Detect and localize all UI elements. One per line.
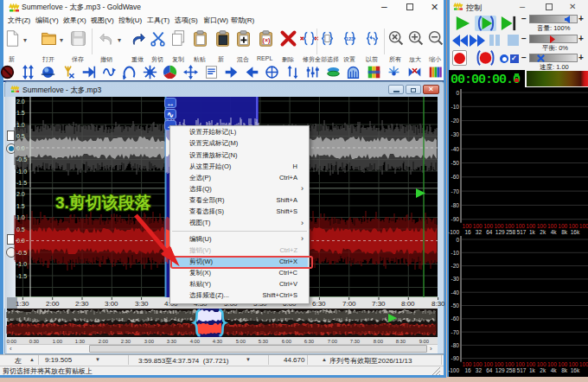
svg-text:100: 100 bbox=[537, 361, 546, 367]
svg-text:100: 100 bbox=[463, 361, 472, 367]
svg-text:16k: 16k bbox=[571, 229, 580, 235]
svg-text:100: 100 bbox=[569, 361, 578, 367]
svg-text:100: 100 bbox=[515, 223, 525, 229]
svg-text:517: 517 bbox=[517, 367, 527, 373]
svg-text:32: 32 bbox=[476, 367, 483, 373]
svg-text:64: 64 bbox=[486, 229, 493, 235]
svg-text:16: 16 bbox=[464, 367, 471, 373]
svg-text:129: 129 bbox=[495, 229, 505, 235]
svg-text:-40: -40 bbox=[451, 290, 460, 296]
svg-text:-30: -30 bbox=[451, 276, 460, 282]
svg-text:-20: -20 bbox=[451, 263, 460, 269]
svg-text:100: 100 bbox=[579, 223, 588, 229]
svg-text:258: 258 bbox=[506, 367, 515, 373]
svg-text:1k: 1k bbox=[529, 229, 536, 235]
svg-text:100: 100 bbox=[494, 361, 503, 367]
svg-text:100: 100 bbox=[569, 223, 578, 229]
svg-text:16: 16 bbox=[464, 229, 471, 235]
svg-text:8k: 8k bbox=[561, 229, 568, 235]
svg-text:-70: -70 bbox=[451, 329, 460, 335]
svg-text:100: 100 bbox=[526, 361, 535, 367]
svg-text:-100: -100 bbox=[448, 229, 459, 235]
svg-text:100: 100 bbox=[505, 223, 514, 229]
svg-text:-80: -80 bbox=[451, 342, 460, 348]
svg-text:-100: -100 bbox=[448, 367, 459, 373]
svg-text:-10: -10 bbox=[451, 250, 460, 256]
svg-text:100: 100 bbox=[547, 361, 557, 367]
svg-text:1k: 1k bbox=[529, 367, 536, 373]
svg-text:-50: -50 bbox=[451, 302, 460, 309]
svg-text:2k: 2k bbox=[540, 229, 546, 235]
svg-text:258: 258 bbox=[506, 229, 515, 235]
svg-text:-30: -30 bbox=[451, 131, 460, 137]
svg-text:129: 129 bbox=[495, 367, 505, 373]
svg-text:4k: 4k bbox=[551, 367, 558, 373]
svg-text:100: 100 bbox=[537, 223, 546, 229]
svg-text:-40: -40 bbox=[451, 146, 460, 152]
svg-text:8k: 8k bbox=[561, 367, 568, 373]
svg-text:-90: -90 bbox=[451, 355, 460, 361]
svg-text:-60: -60 bbox=[451, 315, 460, 322]
svg-text:16k: 16k bbox=[571, 367, 580, 373]
svg-text:-60: -60 bbox=[451, 174, 460, 180]
svg-text:64: 64 bbox=[486, 367, 493, 373]
svg-text:-80: -80 bbox=[451, 202, 460, 208]
svg-text:-50: -50 bbox=[451, 160, 460, 166]
svg-text:100: 100 bbox=[515, 361, 525, 367]
svg-text:100: 100 bbox=[473, 361, 483, 367]
svg-text:100: 100 bbox=[483, 361, 493, 367]
svg-text:100: 100 bbox=[463, 223, 472, 229]
svg-text:-20: -20 bbox=[451, 118, 460, 124]
svg-text:100: 100 bbox=[558, 361, 567, 367]
svg-text:-90: -90 bbox=[451, 216, 460, 222]
svg-text:-10: -10 bbox=[451, 104, 460, 110]
svg-text:32: 32 bbox=[476, 229, 483, 235]
svg-text:2k: 2k bbox=[540, 367, 546, 373]
svg-text:100: 100 bbox=[483, 223, 493, 229]
svg-text:100: 100 bbox=[579, 361, 588, 367]
svg-text:4k: 4k bbox=[551, 229, 558, 235]
svg-text:100: 100 bbox=[494, 223, 503, 229]
svg-text:100: 100 bbox=[547, 223, 557, 229]
svg-text:100: 100 bbox=[473, 223, 483, 229]
svg-text:0: 0 bbox=[456, 90, 459, 96]
svg-text:-70: -70 bbox=[451, 188, 460, 194]
svg-text:0: 0 bbox=[456, 237, 459, 243]
svg-text:517: 517 bbox=[517, 229, 527, 235]
svg-text:100: 100 bbox=[558, 223, 567, 229]
svg-text:100: 100 bbox=[526, 223, 535, 229]
svg-text:100: 100 bbox=[505, 361, 514, 367]
